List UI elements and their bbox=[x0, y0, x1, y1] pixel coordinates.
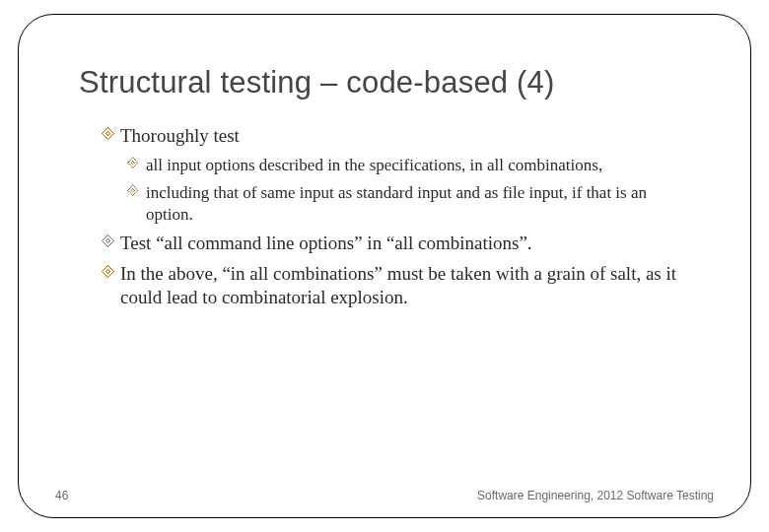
bullet-combinatorial-explosion: In the above, “in all combinations” must… bbox=[101, 262, 686, 310]
slide-title: Structural testing – code-based (4) bbox=[79, 65, 745, 100]
bullet-thoroughly-test: Thoroughly test bbox=[101, 124, 686, 149]
subbullet-input-options: all input options described in the speci… bbox=[126, 155, 686, 176]
footer-credit: Software Engineering, 2012 Software Test… bbox=[477, 489, 714, 502]
bullet-test-command-line: Test “all command line options” in “all … bbox=[101, 232, 686, 256]
subbullet-including-same-input: including that of same input as standard… bbox=[126, 182, 686, 226]
page-number: 46 bbox=[55, 489, 68, 502]
slide-body: Thoroughly test all input options descri… bbox=[101, 124, 686, 310]
slide: Structural testing – code-based (4) Thor… bbox=[0, 0, 769, 532]
